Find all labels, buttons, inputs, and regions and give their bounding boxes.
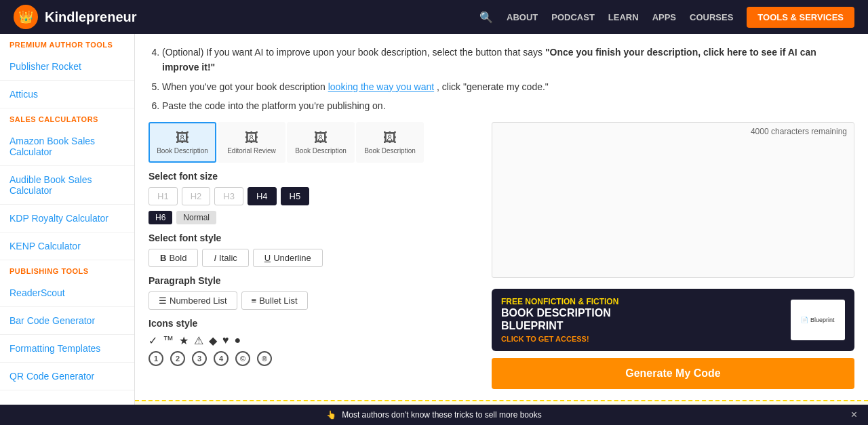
- right-panel: 4000 characters remaining FREE NONFICTIO…: [492, 122, 854, 389]
- icon-circle-registered[interactable]: ®: [257, 351, 272, 366]
- left-panel: 🖼 Book Description 🖼 Editorial Review 🖼 …: [149, 122, 481, 389]
- font-style-title: Select font style: [149, 232, 481, 243]
- icon-heart[interactable]: ♥: [222, 334, 229, 346]
- thumb-book-desc-3[interactable]: 🖼 Book Description: [356, 122, 424, 163]
- numbered-list-btn[interactable]: ☰ Numbered List: [149, 291, 237, 310]
- font-btn-h3[interactable]: H3: [214, 187, 243, 205]
- icon-circle-1[interactable]: 1: [149, 351, 163, 366]
- font-btn-h2[interactable]: H2: [182, 187, 211, 205]
- notification-bar: 👆 Most authors don't know these tricks t…: [0, 405, 868, 425]
- sidebar-item-audible-sales[interactable]: Audible Book Sales Calculator: [0, 166, 134, 205]
- icon-circle-3[interactable]: 3: [192, 351, 207, 366]
- nav-podcast[interactable]: PODCAST: [551, 12, 595, 22]
- premium-label: PREMIUM AUTHOR TOOLS: [0, 34, 134, 53]
- template-selector: 🖼 Book Description 🖼 Editorial Review 🖼 …: [149, 122, 481, 163]
- thumb-book-desc-1[interactable]: 🖼 Book Description: [149, 122, 216, 163]
- nav-apps[interactable]: APPS: [652, 12, 676, 22]
- sidebar-item-barcode[interactable]: Bar Code Generator: [0, 307, 134, 335]
- ad-cta: CLICK TO GET ACCESS!: [501, 335, 784, 343]
- font-btn-h4[interactable]: H4: [248, 187, 277, 205]
- bold-btn[interactable]: B Bold: [149, 249, 198, 267]
- badge-h6: H6: [149, 211, 172, 224]
- font-style-row: B Bold I Italic U Underline: [149, 249, 481, 267]
- main-content: (Optional) If you want AI to improve upo…: [135, 34, 868, 405]
- font-size-title: Select font size: [149, 171, 481, 182]
- sales-calculators-label: SALES CALCULATORS: [0, 108, 134, 127]
- thumb-editorial-review[interactable]: 🖼 Editorial Review: [218, 122, 285, 163]
- ad-free-label: FREE NONFICTION & FICTION: [501, 297, 784, 306]
- sidebar-item-publisher-rocket[interactable]: Publisher Rocket: [0, 53, 134, 81]
- site-name: Kindlepreneur: [45, 9, 137, 25]
- top-navigation: 👑 Kindlepreneur 🔍 ABOUT PODCAST LEARN AP…: [0, 0, 868, 34]
- font-btn-h5[interactable]: H5: [281, 187, 310, 205]
- nav-learn[interactable]: LEARN: [608, 12, 639, 22]
- ad-title: BOOK DESCRIPTION BLUEPRINT: [501, 306, 784, 332]
- nav-tools-services[interactable]: TOOLS & SERVICES: [747, 7, 854, 28]
- sidebar-item-atticus[interactable]: Atticus: [0, 81, 134, 108]
- step-6: Paste the code into the platform you're …: [162, 98, 854, 113]
- sidebar-item-kenp[interactable]: KENP Calculator: [0, 232, 134, 260]
- icons-row-1: ✓ ™ ★ ⚠ ◆ ♥ ●: [149, 334, 481, 347]
- steps-list: (Optional) If you want AI to improve upo…: [149, 45, 854, 114]
- italic-btn[interactable]: I Italic: [202, 249, 248, 267]
- bullet-list-btn[interactable]: ≡ Bullet List: [241, 291, 308, 310]
- sidebar-item-readerscout[interactable]: ReaderScout: [0, 279, 134, 307]
- tool-section: 🖼 Book Description 🖼 Editorial Review 🖼 …: [149, 122, 854, 389]
- badge-normal: Normal: [176, 211, 216, 224]
- badge-row: H6 Normal: [149, 211, 481, 224]
- icon-circle-2[interactable]: 2: [170, 351, 185, 366]
- icon-trademark[interactable]: ™: [163, 334, 174, 346]
- icons-style-title: Icons style: [149, 318, 481, 329]
- sidebar-item-kdp-royalty[interactable]: KDP Royalty Calculator: [0, 205, 134, 232]
- nav-about[interactable]: ABOUT: [507, 12, 538, 22]
- icon-circle-copyright[interactable]: ©: [235, 351, 250, 366]
- char-count: 4000 characters remaining: [751, 127, 847, 136]
- generate-code-button[interactable]: Generate My Code: [492, 358, 854, 389]
- icons-row-2: 1 2 3 4 © ®: [149, 351, 481, 366]
- icon-diamond[interactable]: ◆: [209, 334, 217, 347]
- nav-links: 🔍 ABOUT PODCAST LEARN APPS COURSES TOOLS…: [479, 7, 854, 28]
- ad-text: FREE NONFICTION & FICTION BOOK DESCRIPTI…: [501, 297, 784, 343]
- paragraph-row: ☰ Numbered List ≡ Bullet List: [149, 291, 481, 310]
- icon-bullet[interactable]: ●: [235, 334, 241, 346]
- notification-close[interactable]: ×: [851, 409, 857, 421]
- description-preview[interactable]: 4000 characters remaining: [492, 122, 854, 278]
- step-4: (Optional) If you want AI to improve upo…: [162, 45, 854, 75]
- notification-icon: 👆: [326, 410, 336, 420]
- icon-star[interactable]: ★: [179, 334, 189, 347]
- ad-banner[interactable]: FREE NONFICTION & FICTION BOOK DESCRIPTI…: [492, 289, 854, 351]
- paragraph-style-title: Paragraph Style: [149, 275, 481, 286]
- bottom-banner: If you're interested in really maximizin…: [135, 400, 868, 405]
- notification-text: Most authors don't know these tricks to …: [342, 410, 541, 420]
- thumb-book-desc-2[interactable]: 🖼 Book Description: [287, 122, 355, 163]
- sidebar: PREMIUM AUTHOR TOOLS Publisher Rocket At…: [0, 34, 135, 405]
- icon-circle-4[interactable]: 4: [214, 351, 229, 366]
- icon-warning[interactable]: ⚠: [194, 334, 203, 347]
- sidebar-item-formatting[interactable]: Formatting Templates: [0, 335, 134, 363]
- font-btn-h1[interactable]: H1: [149, 187, 178, 205]
- page-layout: PREMIUM AUTHOR TOOLS Publisher Rocket At…: [0, 34, 868, 405]
- sidebar-item-qr-code[interactable]: QR Code Generator: [0, 363, 134, 390]
- site-logo[interactable]: 👑 Kindlepreneur: [14, 5, 137, 29]
- publishing-tools-label: PUBLISHING TOOLS: [0, 260, 134, 279]
- search-icon[interactable]: 🔍: [479, 11, 493, 24]
- font-size-row: H1 H2 H3 H4 H5: [149, 187, 481, 205]
- looking-way-you-want-link[interactable]: looking the way you want: [328, 81, 434, 92]
- underline-btn[interactable]: U Underline: [253, 249, 323, 267]
- step-5: When you've got your book description lo…: [162, 79, 854, 94]
- ad-thumbnail: 📄 Blueprint: [791, 300, 845, 340]
- sidebar-item-amazon-sales[interactable]: Amazon Book Sales Calculator: [0, 127, 134, 166]
- icon-checkmark[interactable]: ✓: [149, 334, 157, 347]
- logo-icon: 👑: [14, 5, 38, 29]
- nav-courses[interactable]: COURSES: [690, 12, 733, 22]
